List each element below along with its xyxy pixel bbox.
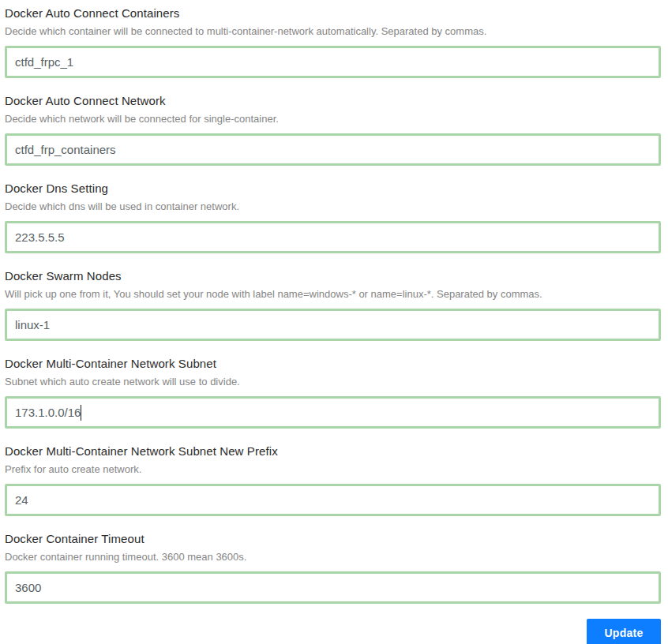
network-subnet-input[interactable] (5, 396, 661, 429)
docker-settings-form: Docker Auto Connect Containers Decide wh… (0, 0, 668, 644)
input-wrapper (5, 309, 661, 341)
button-row: Update (5, 619, 661, 644)
update-button[interactable]: Update (587, 619, 661, 644)
field-description: Decide which dns will be used in contain… (5, 200, 661, 213)
subnet-new-prefix-input[interactable] (5, 484, 661, 516)
field-label: Docker Swarm Nodes (5, 268, 661, 283)
field-group-auto-connect-containers: Docker Auto Connect Containers Decide wh… (5, 6, 661, 78)
auto-connect-network-input[interactable] (5, 133, 661, 166)
field-label: Docker Dns Setting (5, 181, 661, 196)
field-description: Decide which container will be connected… (5, 25, 661, 38)
field-description: Subnet which auto create network will us… (5, 376, 661, 388)
field-group-auto-connect-network: Docker Auto Connect Network Decide which… (5, 93, 661, 166)
input-wrapper (5, 484, 661, 516)
field-label: Docker Container Timeout (5, 531, 661, 546)
input-wrapper (5, 571, 661, 604)
container-timeout-input[interactable] (5, 571, 661, 604)
field-group-container-timeout: Docker Container Timeout Docker containe… (5, 531, 661, 604)
field-group-dns-setting: Docker Dns Setting Decide which dns will… (5, 181, 661, 253)
field-group-network-subnet: Docker Multi-Container Network Subnet Su… (5, 356, 661, 429)
input-wrapper (5, 133, 661, 166)
field-group-swarm-nodes: Docker Swarm Nodes Will pick up one from… (5, 268, 661, 341)
field-description: Decide which network will be connected f… (5, 113, 661, 125)
field-label: Docker Multi-Container Network Subnet Ne… (5, 444, 661, 459)
input-wrapper (5, 221, 661, 253)
field-description: Will pick up one from it, You should set… (5, 288, 661, 301)
field-label: Docker Multi-Container Network Subnet (5, 356, 661, 371)
input-wrapper: 173.1.0.0/16 (5, 396, 661, 429)
field-label: Docker Auto Connect Network (5, 93, 661, 108)
dns-setting-input[interactable] (5, 221, 661, 253)
auto-connect-containers-input[interactable] (5, 46, 661, 78)
field-description: Docker container running timeout. 3600 m… (5, 551, 661, 564)
field-group-subnet-new-prefix: Docker Multi-Container Network Subnet Ne… (5, 444, 661, 516)
field-label: Docker Auto Connect Containers (5, 6, 661, 21)
field-description: Prefix for auto create network. (5, 463, 661, 476)
input-wrapper (5, 46, 661, 78)
swarm-nodes-input[interactable] (5, 309, 661, 341)
